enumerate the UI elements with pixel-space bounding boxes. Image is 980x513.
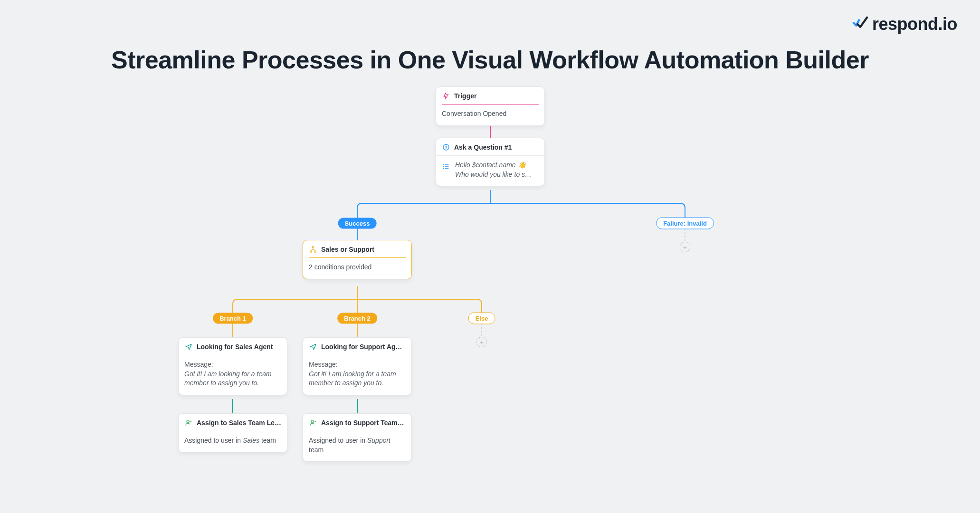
node-condition[interactable]: Sales or Support 2 conditions provided — [303, 240, 412, 279]
brand-name: respond.io — [872, 14, 957, 34]
page-title: Streamline Processes in One Visual Workf… — [0, 46, 980, 74]
svg-point-20 — [310, 251, 312, 252]
add-step-else-button[interactable]: + — [476, 337, 487, 347]
trigger-icon — [442, 92, 450, 100]
message-label: Message: — [309, 360, 406, 370]
svg-point-18 — [443, 168, 444, 169]
assign-team: Support — [367, 437, 390, 444]
assign-body: Assigned to user in Support team — [303, 431, 411, 461]
node-title: Looking for Sales Agent — [197, 343, 273, 351]
node-support-assign[interactable]: Assign to Support Team… Assigned to user… — [303, 413, 412, 462]
node-sales-assign[interactable]: Assign to Sales Team Le… Assigned to use… — [178, 413, 287, 453]
node-title: Trigger — [454, 92, 476, 100]
brand-logo: respond.io — [852, 14, 957, 34]
branch-pill-1[interactable]: Branch 1 — [213, 313, 253, 324]
message-label: Message: — [184, 360, 281, 370]
branch-pill-success[interactable]: Success — [338, 218, 377, 229]
svg-point-17 — [443, 166, 444, 167]
list-icon — [442, 162, 450, 171]
question-line1: Hello $contact.name 👋 — [455, 161, 532, 170]
workflow-canvas[interactable]: Trigger Conversation Opened ? Ask a Ques… — [0, 81, 980, 513]
node-title: Assign to Support Team… — [321, 419, 404, 427]
add-step-failure-button[interactable]: + — [680, 242, 690, 252]
message-body: Got it! I am looking for a team member t… — [184, 370, 281, 388]
assign-suffix: team — [259, 437, 276, 444]
svg-text:?: ? — [445, 145, 447, 150]
assign-body: Assigned to user in Sales team — [179, 431, 287, 452]
node-body: 2 conditions provided — [303, 258, 411, 279]
assign-prefix: Assigned to user in — [309, 437, 367, 444]
branch-pill-2[interactable]: Branch 2 — [337, 313, 377, 324]
svg-point-16 — [443, 164, 444, 165]
node-title: Sales or Support — [321, 246, 374, 253]
send-icon — [309, 342, 317, 351]
message-body: Got it! I am looking for a team member t… — [309, 370, 406, 388]
brand-mark-icon — [852, 16, 868, 32]
question-icon: ? — [442, 143, 450, 152]
node-support-message[interactable]: Looking for Support Age… Message: Got it… — [303, 337, 412, 395]
svg-point-23 — [311, 420, 314, 423]
send-icon — [184, 342, 193, 351]
branch-pill-else[interactable]: Else — [468, 313, 495, 324]
assign-suffix: team — [309, 446, 323, 454]
user-icon — [309, 418, 317, 427]
node-title: Looking for Support Age… — [321, 343, 406, 351]
node-title: Assign to Sales Team Le… — [197, 419, 281, 427]
assign-team: Sales — [243, 437, 259, 444]
node-ask-question[interactable]: ? Ask a Question #1 Hello $contact.name … — [436, 138, 545, 186]
svg-point-21 — [314, 251, 316, 252]
svg-point-19 — [312, 247, 314, 248]
branch-icon — [309, 245, 317, 254]
user-icon — [184, 418, 193, 427]
node-title: Ask a Question #1 — [454, 143, 512, 151]
node-body: Conversation Opened — [436, 104, 544, 125]
node-trigger[interactable]: Trigger Conversation Opened — [436, 86, 545, 126]
assign-prefix: Assigned to user in — [184, 437, 243, 444]
branch-pill-failure[interactable]: Failure: Invalid — [656, 218, 714, 229]
node-sales-message[interactable]: Looking for Sales Agent Message: Got it!… — [178, 337, 287, 395]
svg-point-22 — [187, 420, 189, 423]
question-line2: Who would you like to s… — [455, 170, 532, 180]
